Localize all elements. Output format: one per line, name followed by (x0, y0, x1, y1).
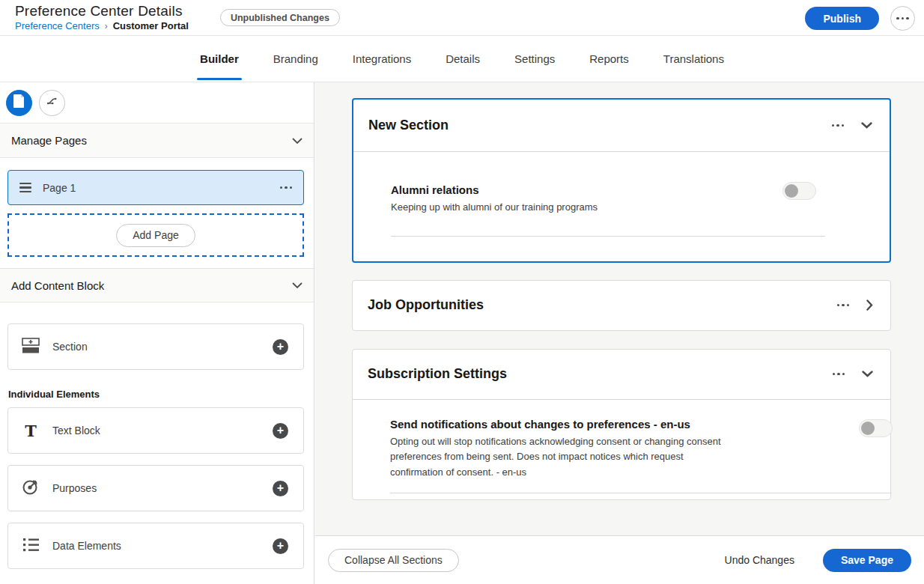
section-title: Job Opportunities (368, 297, 484, 313)
divider (391, 236, 825, 237)
preference-item-send-notifications: Send notifications about changes to pref… (353, 400, 890, 481)
job-opportunities-header[interactable]: Job Opportunities (353, 281, 890, 330)
publish-button[interactable]: Publish (805, 7, 879, 30)
send-notifications-toggle[interactable] (859, 419, 893, 437)
toggle-knob (785, 184, 798, 198)
text-block-label: Text Block (52, 425, 100, 437)
add-content-block-header[interactable]: Add Content Block (0, 268, 314, 302)
title-block: Preference Center Details Preference Cen… (15, 2, 189, 31)
section-new-section[interactable]: New Section Alumni relations Keeping up … (352, 98, 891, 263)
manage-pages-label: Manage Pages (11, 134, 87, 147)
flow-view-button[interactable] (39, 90, 65, 116)
data-elements-card[interactable]: Data Elements + (7, 523, 304, 569)
purposes-card[interactable]: Purposes + (7, 465, 304, 511)
manage-pages-header[interactable]: Manage Pages (0, 124, 314, 158)
tab-translations[interactable]: Translations (663, 36, 725, 82)
tab-details[interactable]: Details (445, 36, 481, 82)
page-title: Preference Center Details (15, 2, 189, 19)
breadcrumb-current: Customer Portal (113, 20, 189, 31)
collapse-all-sections-button[interactable]: Collapse All Sections (328, 549, 459, 572)
save-page-button[interactable]: Save Page (823, 549, 911, 572)
section-more-button[interactable] (837, 304, 850, 307)
preference-description: Opting out will stop notifications ackno… (390, 434, 733, 481)
toggle-knob (861, 422, 875, 435)
chevron-down-icon (292, 282, 303, 288)
add-purposes-button[interactable]: + (273, 481, 288, 496)
breadcrumb-parent-link[interactable]: Preference Centers (15, 20, 100, 31)
header-actions: Publish (805, 2, 915, 31)
purposes-label: Purposes (52, 482, 97, 494)
flow-icon (46, 96, 58, 109)
drag-handle-icon[interactable] (19, 183, 31, 192)
manage-pages-body: Page 1 Add Page (0, 158, 314, 257)
chevron-down-icon[interactable] (862, 371, 873, 377)
builder-sidebar: Manage Pages Page 1 Add Page Add Content… (0, 82, 314, 584)
chevron-down-icon[interactable] (861, 122, 872, 129)
main-tabbar: Builder Branding Integrations Details Se… (0, 36, 924, 82)
alumni-relations-toggle[interactable] (782, 182, 816, 200)
pages-view-button[interactable] (6, 90, 32, 116)
section-title: Subscription Settings (368, 366, 507, 382)
new-section-header[interactable]: New Section (353, 100, 890, 152)
tab-settings[interactable]: Settings (514, 36, 556, 82)
chevron-down-icon (292, 138, 303, 144)
add-data-elements-button[interactable]: + (273, 538, 288, 554)
add-content-block-body: Section + Individual Elements T Text Blo… (0, 302, 314, 569)
add-text-block-button[interactable]: + (273, 423, 288, 439)
preference-description: Keeping up with alumni of our training p… (391, 200, 890, 216)
section-more-button[interactable] (833, 373, 845, 376)
tab-reports[interactable]: Reports (589, 36, 630, 82)
canvas-footer: Collapse All Sections Undo Changes Save … (315, 535, 924, 584)
preference-title: Send notifications about changes to pref… (390, 418, 890, 431)
section-block-card[interactable]: Section + (7, 323, 304, 370)
add-section-button[interactable]: + (273, 339, 288, 355)
text-block-icon: T (22, 423, 40, 439)
section-title: New Section (368, 118, 449, 133)
page-item-more-button[interactable] (280, 186, 293, 189)
header-more-button[interactable] (890, 6, 915, 31)
subscription-settings-header[interactable]: Subscription Settings (353, 350, 890, 400)
page-item-label: Page 1 (43, 182, 76, 194)
purposes-icon (22, 478, 40, 499)
undo-changes-link[interactable]: Undo Changes (725, 554, 794, 566)
individual-elements-label: Individual Elements (8, 389, 304, 400)
breadcrumb-separator-icon: › (105, 21, 108, 31)
section-subscription-settings[interactable]: Subscription Settings Send notifications… (352, 349, 891, 501)
chevron-right-icon[interactable] (866, 299, 873, 311)
page-icon (13, 94, 25, 111)
status-badge: Unpublished Changes (220, 9, 340, 26)
tab-builder[interactable]: Builder (199, 36, 240, 82)
tab-branding[interactable]: Branding (273, 36, 319, 82)
builder-canvas: New Section Alumni relations Keeping up … (315, 82, 924, 535)
divider (390, 493, 892, 493)
section-more-button[interactable] (832, 124, 845, 127)
page-item-page-1[interactable]: Page 1 (7, 170, 304, 205)
ellipsis-icon (896, 17, 909, 20)
breadcrumb: Preference Centers › Customer Portal (15, 20, 189, 31)
add-page-button[interactable]: Add Page (116, 224, 195, 247)
add-page-dropzone: Add Page (7, 213, 304, 257)
app-header: Preference Center Details Preference Cen… (0, 0, 924, 36)
text-block-card[interactable]: T Text Block + (7, 407, 304, 454)
section-block-label: Section (52, 341, 88, 353)
section-job-opportunities[interactable]: Job Opportunities (352, 280, 891, 331)
preference-item-alumni-relations: Alumni relations Keeping up with alumni … (353, 152, 890, 216)
data-elements-icon (22, 538, 40, 555)
sidebar-view-toggles (0, 82, 314, 124)
add-content-block-label: Add Content Block (11, 279, 104, 292)
section-icon (22, 338, 40, 356)
tab-integrations[interactable]: Integrations (352, 36, 412, 82)
data-elements-label: Data Elements (52, 540, 121, 552)
